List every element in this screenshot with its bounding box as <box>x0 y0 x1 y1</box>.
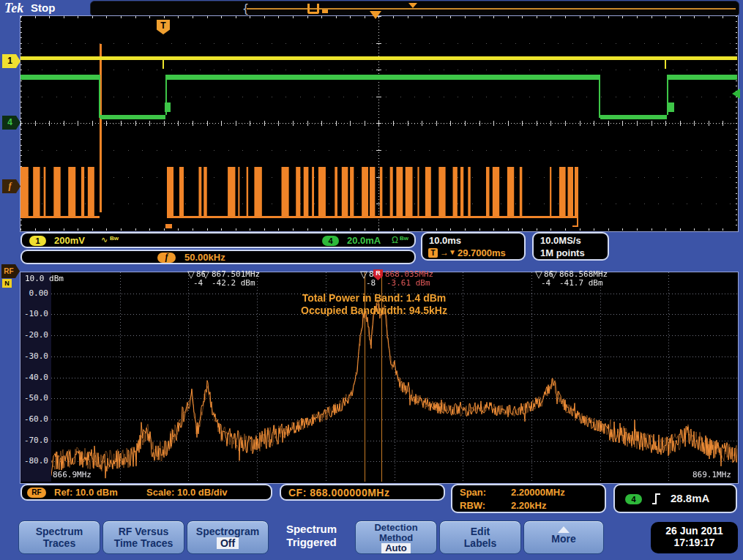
channel1-coupling-icon: ∿ <box>101 235 108 244</box>
spectrum-graticule: 10.0 dBm 0.00-10.0-20.0-30.0-40.0-50.0-6… <box>20 272 739 484</box>
trigger-delay-value: 29.7000ms <box>458 247 506 258</box>
marker-clipped-ampl: -4 <box>193 279 204 288</box>
channel1-readout-badge: 1 <box>29 236 46 246</box>
menu-button-spectrogram[interactable]: Spectrogram Off <box>187 520 269 554</box>
channel1-badge: 1 <box>2 54 20 68</box>
trigger-channel-badge: 4 <box>625 494 642 504</box>
center-frequency-value: CF: 868.000000MHz <box>288 487 389 499</box>
menu-button-edit-labels[interactable]: Edit Labels <box>439 520 521 554</box>
datetime-display: 26 Jun 2011 17:19:17 <box>651 522 738 553</box>
reference-marker-amplitude: -3.61 dBm <box>387 279 430 288</box>
channel4-impedance-icon: Ω <box>392 235 398 245</box>
y-axis-label: -40.0 <box>20 373 48 382</box>
more-up-arrow-icon <box>558 526 570 533</box>
rbw-value: 2.20kHz <box>511 500 546 511</box>
spectrogram-state: Off <box>217 537 239 549</box>
peak-marker-icon: ▽ <box>187 269 195 279</box>
marker-clipped-ampl: -4 <box>541 279 551 288</box>
channel4-readout-badge: 4 <box>322 236 339 246</box>
menu-button-more[interactable]: More <box>523 520 604 554</box>
y-axis-label: -80.0 <box>20 456 48 466</box>
y-axis-label: -30.0 <box>20 351 48 361</box>
freq-start-label: 866.9MHz <box>53 470 92 479</box>
time-domain-graticule: T <box>20 15 739 232</box>
tek-logo: Tek <box>4 1 23 16</box>
menu-button-spectrum-traces[interactable]: Spectrum Traces <box>18 520 100 554</box>
menu-button-detection-method[interactable]: Detection Method Auto <box>355 520 437 554</box>
y-axis-label: -70.0 <box>20 436 48 445</box>
y-axis-label: -50.0 <box>20 393 48 403</box>
span-label: Span: <box>460 487 486 498</box>
trigger-level-arrow-icon[interactable] <box>732 89 740 99</box>
freq-stop-label: 869.1MHz <box>692 470 731 479</box>
record-length-value: 1M points <box>540 247 585 258</box>
horizontal-scale-value: 10.0ms <box>429 235 461 246</box>
rf-scale-readout-pill: RF Ref: 10.0 dBm Scale: 10.0 dB/div <box>20 484 272 501</box>
marker1-amplitude: -42.2 dBm <box>212 279 255 288</box>
acquisition-status: Stop <box>31 1 55 14</box>
time-value: 17:19:17 <box>651 537 738 548</box>
horizontal-readout-pill: 10.0ms T → ▼ 29.7000ms <box>421 232 526 261</box>
rf-readout-badge: RF <box>27 488 46 498</box>
vertical-scale-readout-pill: 1 200mV ∿ Bw 4 20.0mA Ω Bw <box>20 232 416 248</box>
channel4-scale: 20.0mA <box>347 235 381 246</box>
channel1-bandwidth-icon: Bw <box>110 235 119 242</box>
trigger-source-pill: 4 28.8mA <box>613 484 737 513</box>
rf-ref-level: Ref: 10.0 dBm <box>54 487 118 498</box>
timeline-mark-icon <box>322 10 328 13</box>
oscilloscope-screen: Tek Stop { T 1 4 f 1 200mV ∿ Bw 4 20.0mA… <box>0 0 743 560</box>
span-rbw-pill: Span: 2.20000MHz RBW: 2.20kHz <box>451 484 606 513</box>
occupied-bandwidth-annotation: Occupied Bandwidth: 94.5kHz <box>228 305 520 316</box>
channel1-scale: 200mV <box>54 235 85 246</box>
peak-marker-icon: ▽ <box>360 269 367 279</box>
acquisition-readout-pill: 10.0MS/s 1M points <box>532 232 609 261</box>
zoom-window-marker-icon[interactable] <box>307 4 319 14</box>
delay-marker-icon: ▼ <box>449 248 456 256</box>
trigger-frequency-value: 50.00kHz <box>184 252 225 263</box>
timeline-position-marker-icon <box>408 3 417 8</box>
freq-readout-badge: f <box>157 253 176 263</box>
channel4-badge: 4 <box>2 116 20 130</box>
arrow-right-icon: → <box>440 247 449 258</box>
freq-channel-badge: f <box>2 179 20 193</box>
rf-channel-badge: RF <box>1 264 20 278</box>
y-axis-label: -60.0 <box>20 414 48 424</box>
ref-level-label: 10.0 dBm <box>25 274 64 283</box>
y-axis-label: -10.0 <box>20 309 48 318</box>
rf-normal-trace-badge: N <box>2 279 12 288</box>
trigger-level-value: 28.8mA <box>671 492 709 504</box>
peak-marker-icon: ▽ <box>550 269 557 279</box>
trigger-frequency-pill: f 50.00kHz <box>20 250 416 264</box>
rising-edge-icon <box>651 493 661 505</box>
trigger-symbol-badge: T <box>428 248 438 258</box>
center-frequency-pill: CF: 868.000000MHz <box>280 484 445 501</box>
peak-marker-icon: ▽ <box>202 269 209 279</box>
detection-method-state: Auto <box>381 543 411 553</box>
span-value: 2.20000MHz <box>511 487 565 498</box>
date-value: 26 Jun 2011 <box>651 525 738 537</box>
y-axis-label: 0.00 <box>20 288 48 298</box>
sample-rate-value: 10.0MS/s <box>540 235 581 246</box>
expansion-point-marker-icon[interactable] <box>370 11 381 19</box>
total-power-annotation: Total Power in Band: 1.4 dBm <box>228 292 520 304</box>
timeline-record-line <box>247 8 736 10</box>
wave-inspector-timeline[interactable]: { <box>90 1 739 17</box>
rbw-label: RBW: <box>460 500 485 511</box>
rf-scale: Scale: 10.0 dB/div <box>146 487 228 498</box>
menu-button-rf-versus-time[interactable]: RF Versus Time Traces <box>102 520 184 554</box>
marker-clipped-ampl: -8 <box>366 279 376 288</box>
channel4-bandwidth-icon: Bw <box>400 235 408 242</box>
spectrum-triggered-label: Spectrum Triggered <box>269 523 354 549</box>
peak-marker-icon: ▽ <box>535 269 542 279</box>
time-domain-traces-canvas <box>20 16 737 231</box>
y-axis-label: -20.0 <box>20 330 48 340</box>
marker3-amplitude: -41.7 dBm <box>559 279 603 288</box>
